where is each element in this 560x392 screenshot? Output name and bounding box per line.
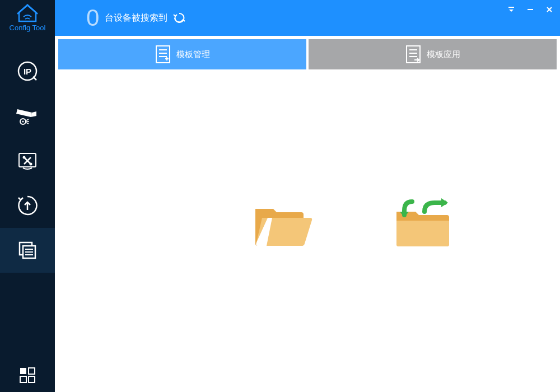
folder-open-icon	[252, 201, 314, 249]
sidebar-item-tools[interactable]	[0, 138, 55, 183]
open-template-button[interactable]	[252, 201, 314, 251]
restore-template-button[interactable]	[391, 198, 458, 254]
close-icon	[546, 6, 553, 13]
menu-down-icon	[508, 6, 515, 13]
templates-icon	[16, 239, 39, 262]
svg-point-6	[23, 156, 26, 159]
svg-rect-13	[20, 368, 26, 374]
status-text: 台设备被搜索到	[105, 12, 167, 24]
sidebar-item-camera[interactable]	[0, 94, 55, 138]
sidebar-item-ip[interactable]: IP	[0, 49, 55, 94]
document-apply-icon	[405, 45, 421, 64]
sidebar-item-templates[interactable]	[0, 228, 55, 273]
app-logo[interactable]: Config Tool	[10, 3, 46, 32]
tab-template-apply[interactable]: 模板应用	[309, 39, 557, 69]
tab-label: 模板管理	[176, 49, 210, 60]
home-icon	[17, 3, 38, 22]
minimize-button[interactable]	[525, 4, 535, 15]
svg-text:IP: IP	[24, 67, 31, 76]
upgrade-icon	[16, 194, 39, 217]
minimize-icon	[527, 6, 534, 13]
refresh-button[interactable]	[173, 12, 185, 24]
main-area: 0 台设备被搜索到	[55, 0, 560, 392]
ip-icon: IP	[16, 60, 39, 82]
menu-button[interactable]	[506, 4, 516, 15]
close-button[interactable]	[544, 4, 554, 15]
sidebar-item-upgrade[interactable]	[0, 183, 55, 228]
svg-point-4	[22, 121, 24, 123]
svg-rect-17	[508, 7, 514, 8]
svg-rect-16	[29, 376, 35, 382]
grid-icon	[19, 367, 36, 384]
tab-template-manage[interactable]: 模板管理	[58, 39, 306, 69]
svg-rect-14	[29, 368, 35, 374]
window-controls	[506, 4, 554, 15]
device-count: 0	[86, 4, 99, 31]
svg-point-7	[30, 163, 32, 166]
sidebar: Config Tool IP	[0, 0, 55, 392]
content-area	[55, 69, 560, 392]
document-add-icon	[155, 45, 171, 64]
svg-rect-19	[156, 46, 170, 63]
sidebar-apps-button[interactable]	[0, 358, 55, 392]
refresh-icon	[173, 12, 185, 24]
topbar: 0 台设备被搜索到	[55, 0, 560, 36]
app-name: Config Tool	[10, 24, 46, 32]
tools-icon	[16, 150, 39, 172]
folder-restore-icon	[391, 198, 458, 252]
tab-bar: 模板管理 模板应用	[55, 36, 560, 69]
svg-rect-18	[528, 9, 533, 10]
tab-label: 模板应用	[427, 49, 460, 60]
svg-rect-15	[20, 376, 26, 382]
camera-icon	[15, 105, 40, 127]
